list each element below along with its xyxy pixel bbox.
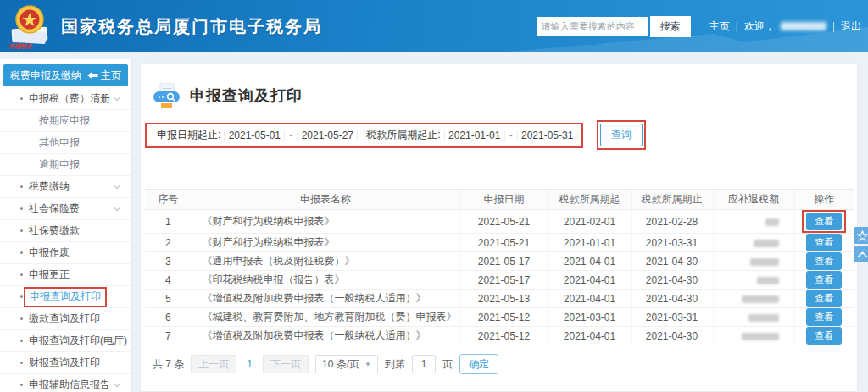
redacted-amount xyxy=(757,277,779,284)
report-date-range-label: 申报日期起止: xyxy=(153,128,224,142)
cell-period-end: 2021-04-30 xyxy=(631,327,713,345)
prev-page-button[interactable]: 上一页 xyxy=(191,355,236,373)
page-title-row: 申报查询及打印 xyxy=(153,83,857,108)
column-header: 操作 xyxy=(794,190,854,210)
view-button[interactable]: 查看 xyxy=(806,271,842,289)
cell-amount-redacted xyxy=(713,327,794,345)
main-panel: 申报查询及打印 申报日期起止: 2021-05-01 - 2021-05-27 … xyxy=(140,63,858,392)
confirm-button[interactable]: 确定 xyxy=(459,354,498,374)
current-page[interactable]: 1 xyxy=(243,358,256,370)
search-input[interactable] xyxy=(537,17,648,36)
floating-toolbar xyxy=(854,227,868,262)
view-button[interactable]: 查看 xyxy=(806,308,842,326)
redacted-amount xyxy=(765,218,779,226)
table-row: 3《通用申报表（税及附征税费）》2021-05-172021-04-012021… xyxy=(145,252,854,271)
sidebar-item-label: 按期应申报 xyxy=(39,113,90,128)
cell-action: 查看 xyxy=(794,271,854,290)
cell-period-start: 2021-04-01 xyxy=(548,290,631,308)
sidebar-item[interactable]: 财报查询及打印 xyxy=(0,352,131,374)
chevron-down-icon xyxy=(114,94,120,101)
sidebar-item[interactable]: 申报查询及打印(电厅) xyxy=(0,330,131,352)
sidebar-home[interactable]: 主页 xyxy=(87,69,121,83)
next-page-button[interactable]: 下一页 xyxy=(263,355,309,373)
sidebar-item[interactable]: 申报更正 xyxy=(0,264,131,286)
collapse-chevron-icon[interactable] xyxy=(854,246,868,262)
logo-caption: 中国税务 xyxy=(8,42,32,51)
bullet-icon xyxy=(20,251,23,254)
view-button[interactable]: 查看 xyxy=(806,213,842,230)
sidebar-header-title: 税费申报及缴纳 xyxy=(10,69,81,83)
cell-name: 《增值税及附加税费申报表（一般纳税人适用）》 xyxy=(192,327,459,345)
sidebar-item-label: 申报税（费）清册 xyxy=(29,91,110,106)
filter-bar: 申报日期起止: 2021-05-01 - 2021-05-27 税款所属期起止:… xyxy=(145,123,583,148)
sidebar-item[interactable]: 缴款查询及打印 xyxy=(0,308,131,330)
column-header: 申报表名称 xyxy=(192,190,459,210)
sidebar-header[interactable]: 税费申报及缴纳 主页 xyxy=(3,64,128,86)
cell-name: 《增值税及附加税费申报表（一般纳税人适用）》 xyxy=(192,290,459,308)
cell-name: 《财产和行为税纳税申报表》 xyxy=(192,234,459,252)
report-date-start[interactable]: 2021-05-01 xyxy=(224,130,285,141)
bullet-icon xyxy=(20,295,23,298)
sidebar-item[interactable]: 按期应申报 xyxy=(0,110,131,132)
favorite-star-icon[interactable] xyxy=(854,227,868,244)
sidebar-item-label: 税费缴纳 xyxy=(29,179,70,194)
sidebar: 税费申报及缴纳 主页 申报税（费）清册按期应申报其他申报逾期申报税费缴纳社会保险… xyxy=(0,59,132,392)
search-button[interactable]: 搜索 xyxy=(650,16,691,37)
cell-action: 查看 xyxy=(794,327,854,345)
chevron-down-icon: ▼ xyxy=(364,361,371,368)
bullet-icon xyxy=(20,362,23,364)
cell-period-end: 2021-04-30 xyxy=(631,290,713,308)
cell-period-start: 2021-01-01 xyxy=(548,234,631,252)
sidebar-home-label: 主页 xyxy=(101,69,121,83)
cell-date: 2021-05-21 xyxy=(459,234,548,252)
view-button[interactable]: 查看 xyxy=(806,327,842,345)
tax-period-start[interactable]: 2021-01-01 xyxy=(444,130,505,141)
tax-period-end[interactable]: 2021-05-31 xyxy=(517,130,578,141)
sidebar-item-label: 申报查询及打印(电厅) xyxy=(29,334,127,348)
page-size-select[interactable]: 10 条/页 ▼ xyxy=(315,355,378,373)
cell-amount-redacted xyxy=(713,210,794,234)
column-header: 应补退税额 xyxy=(713,190,794,210)
table-row: 6《城建税、教育费附加、地方教育附加税（费）申报表》2021-05-122021… xyxy=(145,308,854,327)
print-search-icon xyxy=(153,83,181,108)
query-button[interactable]: 查询 xyxy=(600,124,643,146)
cell-period-end: 2021-04-30 xyxy=(631,271,713,290)
cell-no: 3 xyxy=(145,252,192,271)
sidebar-item[interactable]: 逾期申报 xyxy=(0,154,131,176)
pagination: 共 7 条 上一页 1 下一页 10 条/页 ▼ 到第 页 确定 xyxy=(153,354,857,374)
logout-link[interactable]: 退出 xyxy=(841,19,861,34)
filter-row: 申报日期起止: 2021-05-01 - 2021-05-27 税款所属期起止:… xyxy=(145,120,857,150)
sidebar-annotation-box: 申报查询及打印 xyxy=(24,287,107,307)
cell-action: 查看 xyxy=(794,308,854,327)
sidebar-item[interactable]: 社会保险费 xyxy=(0,198,131,220)
sidebar-item[interactable]: 申报税（费）清册 xyxy=(0,88,131,110)
view-button[interactable]: 查看 xyxy=(806,234,842,251)
back-arrow-icon xyxy=(87,71,98,80)
query-annotation-box: 查询 xyxy=(597,120,646,150)
cell-no: 1 xyxy=(145,210,192,234)
report-date-end[interactable]: 2021-05-27 xyxy=(297,130,358,141)
sidebar-item[interactable]: 其他申报 xyxy=(0,132,131,154)
goto-page-input[interactable] xyxy=(412,355,436,373)
sidebar-item[interactable]: 申报辅助信息报告 xyxy=(0,374,131,392)
sidebar-item[interactable]: 社保费缴款 xyxy=(0,220,131,242)
cell-action: 查看 xyxy=(794,252,854,271)
header-right: 搜索 主页 | 欢迎， | 退出 xyxy=(537,16,861,37)
view-button[interactable]: 查看 xyxy=(806,290,842,307)
sidebar-item[interactable]: 申报作废 xyxy=(0,242,131,264)
view-button[interactable]: 查看 xyxy=(806,252,842,270)
home-link[interactable]: 主页 xyxy=(709,19,730,34)
sidebar-item-label: 其他申报 xyxy=(39,135,80,150)
cell-date: 2021-05-17 xyxy=(459,252,548,271)
page-size-value: 10 条/页 xyxy=(322,357,359,372)
cell-date: 2021-05-12 xyxy=(459,308,548,327)
cell-amount-redacted xyxy=(713,290,794,308)
tax-period-range-label: 税款所属期起止: xyxy=(358,128,443,142)
chevron-down-icon xyxy=(114,204,120,211)
cell-name: 《通用申报表（税及附征税费）》 xyxy=(192,252,459,271)
sidebar-item[interactable]: 申报查询及打印 xyxy=(0,286,131,308)
date-separator: - xyxy=(505,130,517,141)
sidebar-item[interactable]: 税费缴纳 xyxy=(0,176,131,198)
redacted-amount xyxy=(748,314,779,322)
redacted-amount xyxy=(750,258,779,266)
